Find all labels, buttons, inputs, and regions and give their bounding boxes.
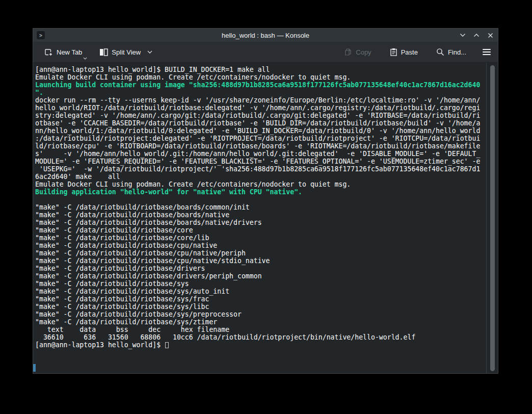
terminal-line: "make" -C /data/riotbuild/riotbase/sys/a… xyxy=(35,288,485,295)
copy-button[interactable]: Copy xyxy=(341,46,374,58)
terminal-line: Building application "hello-world" for "… xyxy=(35,188,485,196)
terminal-line: hello_world/RIOT:/data/riotbuild/riotbas… xyxy=(35,104,485,112)
terminal-line: "make" -C /data/riotbuild/riotbase/sys/f… xyxy=(35,295,485,303)
terminal-view[interactable]: [ann@ann-laptop13 hello_world]$ BUILD_IN… xyxy=(33,63,498,373)
window-title: hello_world : bash — Konsole xyxy=(33,32,498,39)
chevron-down-icon xyxy=(147,50,152,54)
paste-label: Paste xyxy=(401,48,418,56)
terminal-line: "make" -C /data/riotbuild/riotbase/cpu/n… xyxy=(35,242,485,249)
split-view-label: Split View xyxy=(112,48,141,56)
terminal-line: 6ac2d640' make all xyxy=(35,173,485,180)
terminal-line: 'USEPKG=' -w '/data/riotbuild/riotprojec… xyxy=(35,165,485,173)
terminal-line: ". xyxy=(35,89,485,96)
konsole-icon: > xyxy=(37,31,45,39)
terminal-line: s' -v '/home/ann/hello_world/.git:/home/… xyxy=(35,150,485,158)
terminal-line xyxy=(35,196,485,203)
split-view-icon xyxy=(99,48,108,56)
desktop: { "window": { "title": "hello_world : ba… xyxy=(0,0,532,414)
terminal-line: "make" -C /data/riotbuild/riotbase/sys xyxy=(35,280,485,288)
terminal-line: Emulate Docker CLI using podman. Create … xyxy=(35,73,485,81)
terminal-line: docker run --rm --tty --userns keep-id -… xyxy=(35,96,485,104)
titlebar[interactable]: > hello_world : bash — Konsole xyxy=(33,29,498,42)
copy-icon xyxy=(344,48,352,56)
terminal-line: 36610 636 31560 68806 10cc6 /data/riotbu… xyxy=(35,333,485,341)
minimize-button[interactable] xyxy=(459,32,466,39)
terminal-line: ld/riotbase/cpu' -e 'RIOTBOARD=/data/rio… xyxy=(35,142,485,150)
terminal-line: [ann@ann-laptop13 hello_world]$ BUILD_IN… xyxy=(35,66,485,73)
terminal-line: "make" -C /data/riotbuild/riotbase/cpu/n… xyxy=(35,257,485,265)
paste-icon xyxy=(390,48,397,56)
line-marker xyxy=(33,364,36,372)
chevron-up-icon xyxy=(473,33,480,37)
terminal-line: "make" -C /data/riotbuild/riotbase/board… xyxy=(35,203,485,211)
chevron-down-icon xyxy=(460,33,466,37)
terminal-line: [ann@ann-laptop13 hello_world]$ xyxy=(35,341,485,349)
toolbar: New Tab Split View Copy xyxy=(33,42,498,63)
terminal-line: text data bss dec hex filename xyxy=(35,326,485,333)
terminal-output: [ann@ann-laptop13 hello_world]$ BUILD_IN… xyxy=(35,66,485,349)
konsole-window: > hello_world : bash — Konsole New Tab xyxy=(33,28,498,374)
toolbar-right-group: Copy Paste Find... xyxy=(341,46,492,58)
find-button[interactable]: Find... xyxy=(433,46,469,58)
terminal-line: "make" -C /data/riotbuild/riotbase/cpu/n… xyxy=(35,249,485,257)
scrollbar-thumb[interactable] xyxy=(490,65,495,371)
terminal-line: stry:delegated' -v '/home/ann/.cargo/git… xyxy=(35,112,485,119)
copy-label: Copy xyxy=(356,48,371,56)
search-icon xyxy=(436,48,444,56)
terminal-line: "make" -C /data/riotbuild/riotbase/sys/p… xyxy=(35,310,485,318)
paste-button[interactable]: Paste xyxy=(387,46,421,58)
menu-button[interactable] xyxy=(482,47,492,57)
terminal-line: otbase' -e 'CCACHE_BASEDIR=/data/riotbui… xyxy=(35,119,485,127)
terminal-line: "make" -C /data/riotbuild/riotbase/drive… xyxy=(35,265,485,272)
new-tab-button[interactable]: New Tab xyxy=(41,46,85,59)
terminal-line: "make" -C /data/riotbuild/riotbase/board… xyxy=(35,211,485,219)
terminal-line: "make" -C /data/riotbuild/riotbase/board… xyxy=(35,219,485,226)
terminal-line: "make" -C /data/riotbuild/riotbase/sys/z… xyxy=(35,318,485,326)
terminal-line: Launching build container using image "s… xyxy=(35,81,485,89)
chevron-down-icon xyxy=(83,57,87,60)
new-tab-icon xyxy=(44,48,53,57)
hamburger-icon xyxy=(483,49,491,50)
terminal-line: "make" -C /data/riotbuild/riotbase/core/… xyxy=(35,234,485,242)
terminal-line: "make" -C /data/riotbuild/riotbase/sys/l… xyxy=(35,303,485,310)
scrollbar[interactable] xyxy=(486,63,498,373)
close-button[interactable] xyxy=(487,32,494,39)
terminal-line: :/data/riotbuild/riotproject:delegated' … xyxy=(35,135,485,142)
new-tab-label: New Tab xyxy=(57,48,82,56)
terminal-cursor xyxy=(165,342,169,348)
terminal-line: nn/hello_world/1:/data/riotbuild/0:deleg… xyxy=(35,127,485,135)
terminal-line: MODULE=' -e 'FEATURES_REQUIRED=' -e 'FEA… xyxy=(35,158,485,165)
window-controls xyxy=(459,29,494,42)
split-view-button[interactable]: Split View xyxy=(96,46,155,58)
close-icon xyxy=(488,33,493,38)
maximize-button[interactable] xyxy=(473,32,480,39)
terminal-line: Emulate Docker CLI using podman. Create … xyxy=(35,180,485,188)
terminal-line: "make" -C /data/riotbuild/riotbase/core xyxy=(35,226,485,234)
terminal-line: "make" -C /data/riotbuild/riotbase/drive… xyxy=(35,272,485,280)
find-label: Find... xyxy=(448,48,466,56)
